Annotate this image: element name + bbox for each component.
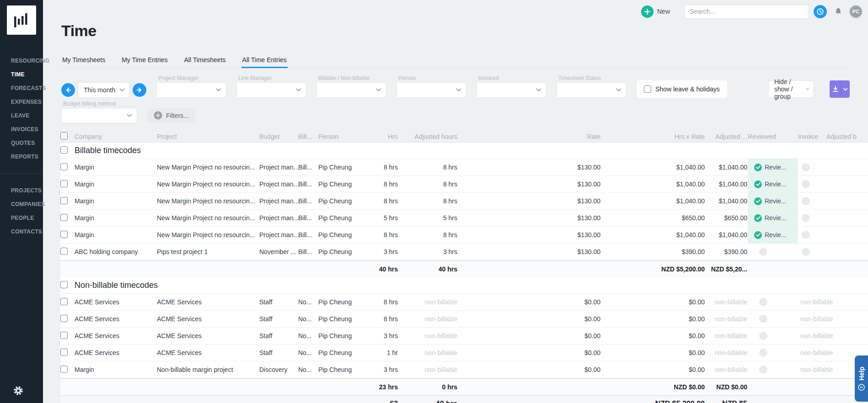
hide-show-group-select[interactable]: Hide / show / group — [768, 80, 814, 98]
group-checkbox[interactable] — [60, 281, 68, 288]
show-leave-checkbox[interactable] — [644, 85, 651, 93]
sidebar-item-forecasts[interactable]: FORECASTS — [0, 81, 43, 95]
search-input[interactable] — [685, 5, 809, 19]
tab-all-timesheets[interactable]: All Timesheets — [183, 53, 227, 68]
table-row[interactable]: MarginNew Margin Project no resourcin...… — [60, 227, 868, 244]
tab-my-timesheets[interactable]: My Timesheets — [61, 53, 106, 68]
chevron-down-icon — [616, 88, 622, 92]
notifications-button[interactable] — [831, 5, 845, 18]
column-header-budget[interactable]: Budget — [259, 133, 298, 140]
column-header-reviewed[interactable]: Reviewed — [748, 133, 798, 140]
reviewed-badge[interactable]: Revie... — [754, 180, 786, 188]
prev-period-button[interactable] — [61, 83, 75, 97]
table-row[interactable]: ACME ServicesACME ServicesStaffNo...Pip … — [60, 294, 868, 311]
row-checkbox[interactable] — [60, 366, 68, 373]
download-split-button — [830, 80, 850, 98]
column-header-bill[interactable]: Bill... — [298, 133, 318, 140]
row-checkbox[interactable] — [60, 197, 68, 204]
column-header-hrs-x-rate[interactable]: Hrs x Rate — [601, 133, 705, 140]
row-checkbox[interactable] — [60, 332, 68, 339]
status-dot[interactable] — [759, 315, 767, 323]
column-header-adjusted-b[interactable]: Adjusted b — [826, 133, 868, 140]
sidebar-item-contacts[interactable]: CONTACTS — [0, 225, 43, 239]
status-dot[interactable] — [802, 197, 810, 205]
row-checkbox[interactable] — [60, 180, 68, 187]
status-dot[interactable] — [759, 248, 767, 256]
next-period-button[interactable] — [133, 83, 146, 97]
help-tab[interactable]: ? Help — [855, 355, 868, 402]
row-checkbox[interactable] — [60, 315, 68, 322]
status-dot[interactable] — [759, 349, 767, 357]
period-select[interactable]: This month — [78, 82, 130, 98]
status-dot[interactable] — [759, 332, 767, 340]
download-menu-button[interactable] — [841, 80, 850, 98]
reviewed-badge[interactable]: Revie... — [754, 231, 786, 239]
status-dot[interactable] — [802, 163, 810, 171]
avatar[interactable]: PC — [849, 5, 863, 18]
column-header-adjusted-hours[interactable]: Adjusted hours — [398, 133, 458, 140]
row-checkbox[interactable] — [60, 298, 68, 305]
new-button[interactable]: New — [641, 5, 670, 18]
sidebar-item-quotes[interactable]: QUOTES — [0, 136, 43, 150]
show-leave-holidays-toggle[interactable]: Show leave & holidays — [637, 80, 727, 98]
row-checkbox[interactable] — [60, 349, 68, 356]
sidebar-item-time[interactable]: TIME — [0, 68, 43, 81]
status-dot[interactable] — [802, 180, 810, 188]
sidebar-item-companies[interactable]: COMPANIES — [0, 197, 43, 211]
select-all-checkbox[interactable] — [60, 132, 68, 139]
status-dot[interactable] — [802, 214, 810, 222]
filter-dropdown-box[interactable] — [557, 82, 627, 98]
table-row[interactable]: MarginNew Margin Project no resourcin...… — [60, 176, 868, 193]
reviewed-badge[interactable]: Revie... — [754, 164, 786, 171]
row-checkbox[interactable] — [60, 163, 68, 170]
sidebar-item-projects[interactable]: PROJECTS — [0, 184, 43, 197]
status-dot[interactable] — [802, 248, 810, 256]
table-row[interactable]: MarginNew Margin Project no resourcin...… — [60, 159, 868, 176]
column-header-invoice[interactable]: Invoice — [798, 133, 826, 140]
cell-project: New Margin Project no resourcin... — [157, 180, 259, 188]
filter-dropdown-box[interactable] — [316, 82, 386, 98]
sidebar-item-expenses[interactable]: EXPENSES — [0, 95, 43, 109]
row-checkbox[interactable] — [60, 214, 68, 221]
filter-dropdown-box[interactable] — [477, 82, 547, 98]
tab-all-time-entries[interactable]: All Time Entries — [241, 53, 288, 68]
status-dot[interactable] — [802, 231, 810, 239]
table-row[interactable]: ABC holding companyPips test project 1No… — [60, 244, 868, 260]
row-checkbox[interactable] — [60, 231, 68, 238]
download-button[interactable] — [830, 80, 841, 98]
sidebar-item-invoices[interactable]: INVOICES — [0, 122, 43, 136]
column-header-person[interactable]: Person — [318, 133, 357, 140]
app-logo[interactable] — [7, 5, 36, 35]
column-header-project[interactable]: Project — [157, 133, 259, 140]
table-row[interactable]: MarginNew Margin Project no resourcin...… — [60, 193, 868, 210]
table-row[interactable]: ACME ServicesACME ServicesStaffNo...Pip … — [60, 328, 868, 345]
table-row[interactable]: ACME ServicesACME ServicesStaffNo...Pip … — [60, 311, 868, 328]
sidebar-item-resourcing[interactable]: RESOURCING — [0, 54, 43, 68]
filter-dropdown-box[interactable] — [156, 82, 226, 98]
time-widget-button[interactable] — [814, 5, 827, 18]
table-row[interactable]: MarginNon-billable margin projectDiscove… — [60, 361, 868, 378]
reviewed-badge[interactable]: Revie... — [754, 197, 786, 205]
sidebar-item-people[interactable]: PEOPLE — [0, 211, 43, 225]
reviewed-badge[interactable]: Revie... — [754, 214, 786, 222]
status-dot[interactable] — [759, 366, 767, 374]
table-row[interactable]: ACME ServicesACME ServicesStaffNo...Pip … — [60, 345, 868, 361]
filter-dropdown-box[interactable] — [236, 82, 306, 98]
column-header-company[interactable]: Company — [75, 133, 157, 140]
budget-billing-method-box[interactable] — [61, 108, 137, 123]
column-header-hrs[interactable]: Hrs — [357, 133, 398, 140]
table-row[interactable]: MarginNew Margin Project no resourcin...… — [60, 210, 868, 227]
status-dot[interactable] — [759, 298, 767, 306]
cell-reviewed: Revie... — [748, 176, 798, 192]
cell-hrs-x-rate: $390.00 — [601, 248, 705, 255]
group-checkbox[interactable] — [60, 146, 68, 154]
filter-dropdown-box[interactable] — [396, 82, 466, 98]
settings-button[interactable] — [13, 385, 24, 398]
filters-button[interactable]: Filters... — [147, 108, 195, 122]
tab-my-time-entries[interactable]: My Time Entries — [121, 53, 168, 68]
row-checkbox[interactable] — [60, 248, 68, 255]
column-header-rate[interactable]: Rate — [458, 133, 601, 140]
sidebar-item-leave[interactable]: LEAVE — [0, 109, 43, 122]
column-header-adjusted[interactable]: Adjusted ... — [705, 133, 748, 140]
sidebar-item-reports[interactable]: REPORTS — [0, 150, 43, 164]
